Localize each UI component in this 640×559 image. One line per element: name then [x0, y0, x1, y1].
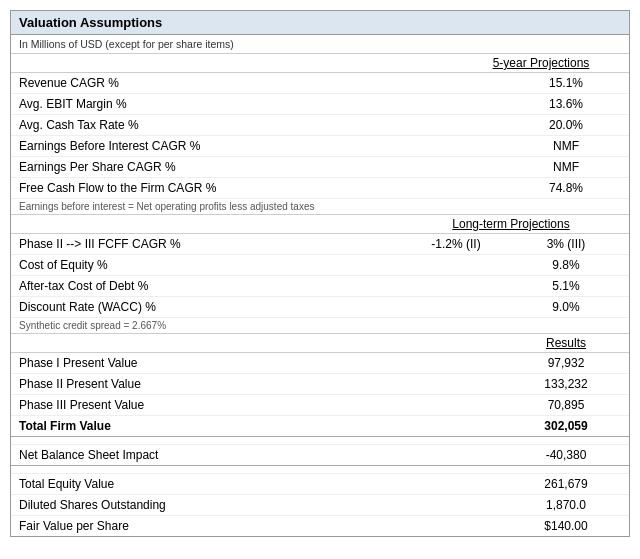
row-label: Free Cash Flow to the Firm CAGR %	[19, 181, 511, 195]
results-header-row: Results	[11, 334, 629, 353]
row-label: Avg. Cash Tax Rate %	[19, 118, 511, 132]
row-value: 15.1%	[511, 76, 621, 90]
row-value: 9.0%	[511, 300, 621, 314]
row-value: NMF	[511, 139, 621, 153]
row-value: $140.00	[511, 519, 621, 533]
row-value: 1,870.0	[511, 498, 621, 512]
projections-header: 5-year Projections	[461, 56, 621, 70]
table-row: Earnings Per Share CAGR % NMF	[11, 157, 629, 178]
row-label: Cost of Equity %	[19, 258, 511, 272]
row-value: 9.8%	[511, 258, 621, 272]
spacer-row	[11, 437, 629, 445]
ebit-note: Earnings before interest = Net operating…	[11, 199, 629, 215]
table-row: Cost of Equity % 9.8%	[11, 255, 629, 276]
table-row: Discount Rate (WACC) % 9.0%	[11, 297, 629, 318]
row-value: 70,895	[511, 398, 621, 412]
row-value: 133,232	[511, 377, 621, 391]
row-label: Earnings Per Share CAGR %	[19, 160, 511, 174]
spacer-row2	[11, 466, 629, 474]
table-row: After-tax Cost of Debt % 5.1%	[11, 276, 629, 297]
wacc-note: Synthetic credit spread = 2.667%	[11, 318, 629, 334]
row-label: Revenue CAGR %	[19, 76, 511, 90]
row-label: Avg. EBIT Margin %	[19, 97, 511, 111]
longterm-header-row: Long-term Projections	[11, 215, 629, 234]
table-row: Phase III Present Value 70,895	[11, 395, 629, 416]
row-value: 13.6%	[511, 97, 621, 111]
projections-header-row: 5-year Projections	[11, 54, 629, 73]
net-balance-label: Net Balance Sheet Impact	[19, 448, 511, 462]
longterm-header: Long-term Projections	[401, 217, 621, 231]
phase-label: Phase II --> III FCFF CAGR %	[19, 237, 401, 251]
table-row: Phase I Present Value 97,932	[11, 353, 629, 374]
net-balance-row: Net Balance Sheet Impact -40,380	[11, 445, 629, 466]
row-value: 74.8%	[511, 181, 621, 195]
row-label: Phase II Present Value	[19, 377, 511, 391]
row-label: Total Firm Value	[19, 419, 511, 433]
table-row: Fair Value per Share $140.00	[11, 516, 629, 536]
row-label: Phase III Present Value	[19, 398, 511, 412]
row-label: Discount Rate (WACC) %	[19, 300, 511, 314]
row-label: Total Equity Value	[19, 477, 511, 491]
table-row: Total Equity Value 261,679	[11, 474, 629, 495]
table-row: Avg. EBIT Margin % 13.6%	[11, 94, 629, 115]
table-row: Free Cash Flow to the Firm CAGR % 74.8%	[11, 178, 629, 199]
row-label: Diluted Shares Outstanding	[19, 498, 511, 512]
row-label: After-tax Cost of Debt %	[19, 279, 511, 293]
row-value: 261,679	[511, 477, 621, 491]
row-value: 20.0%	[511, 118, 621, 132]
phase-val1: -1.2% (II)	[401, 237, 511, 251]
table-row: Avg. Cash Tax Rate % 20.0%	[11, 115, 629, 136]
table-row: Revenue CAGR % 15.1%	[11, 73, 629, 94]
row-label: Earnings Before Interest CAGR %	[19, 139, 511, 153]
table-row: Phase II Present Value 133,232	[11, 374, 629, 395]
table-row: Earnings Before Interest CAGR % NMF	[11, 136, 629, 157]
table-row: Total Firm Value 302,059	[11, 416, 629, 437]
row-value: 5.1%	[511, 279, 621, 293]
net-balance-value: -40,380	[511, 448, 621, 462]
row-label: Fair Value per Share	[19, 519, 511, 533]
row-value: 97,932	[511, 356, 621, 370]
row-value: NMF	[511, 160, 621, 174]
row-label: Phase I Present Value	[19, 356, 511, 370]
valuation-table: Valuation Assumptions In Millions of USD…	[10, 10, 630, 537]
row-value: 302,059	[511, 419, 621, 433]
section-title: Valuation Assumptions	[11, 11, 629, 35]
phase-val2: 3% (III)	[511, 237, 621, 251]
phase-row: Phase II --> III FCFF CAGR % -1.2% (II) …	[11, 234, 629, 255]
table-row: Diluted Shares Outstanding 1,870.0	[11, 495, 629, 516]
results-header: Results	[511, 336, 621, 350]
subtitle: In Millions of USD (except for per share…	[11, 35, 629, 54]
